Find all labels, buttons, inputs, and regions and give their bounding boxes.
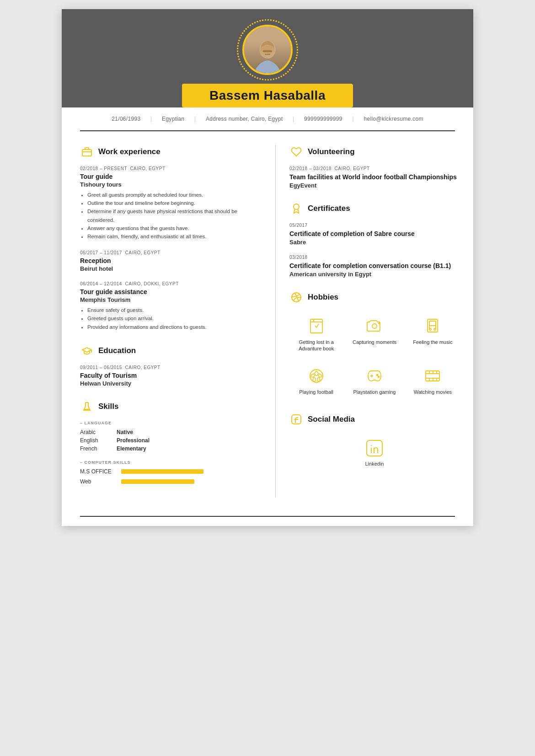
bullet: Determine if any guests have physical re… (87, 207, 262, 224)
bullet: Answer any questions that the guests hav… (87, 224, 262, 232)
lang-name: French (80, 445, 117, 452)
svg-rect-15 (429, 321, 436, 326)
music-icon (423, 316, 443, 336)
hobbies-grid: Getting lost in a Advanture book Capturi… (289, 311, 460, 400)
hobby-camera: Capturing moments (348, 311, 401, 357)
hobbies-section: Hobbies Getting lost in (289, 290, 460, 400)
job-3-meta: 06/2014 – 12/2014 CAIRO, DOKKI, EGYPT (80, 281, 262, 286)
svg-rect-3 (263, 50, 272, 52)
dob: 21/06/1993 (112, 116, 140, 122)
education-section: Education 09/2011 – 06/2015 CAIRO, EGYPT… (80, 344, 262, 387)
svg-marker-24 (317, 377, 320, 381)
bullet: Greeted guests upon arrival. (87, 314, 262, 322)
cert-2-date: 03/2018 (289, 255, 460, 260)
candidate-name: Bassem Hasaballa (209, 88, 326, 103)
svg-point-7 (294, 204, 299, 209)
vol-org: EgyEvent (289, 182, 460, 189)
work-experience-section: Work experience 02/2018 – PRESENT CAIRO,… (80, 145, 262, 332)
computer-label: – COMPUTER SKILLS (80, 460, 262, 465)
education-header: Education (80, 344, 262, 358)
job-3-title: Tour guide assistance (80, 288, 262, 295)
svg-marker-22 (311, 374, 315, 377)
cert-2-org: American university in Egypt (289, 271, 460, 278)
flask-icon (80, 400, 94, 413)
skills-title: Skills (98, 402, 118, 411)
resume-header: Bassem Hasaballa (62, 9, 473, 107)
lang-row-arabic: Arabic Native (80, 429, 262, 435)
bullet: Ensure safety of guests. (87, 306, 262, 314)
svg-rect-9 (310, 319, 322, 333)
svg-rect-4 (265, 54, 270, 55)
bullet: Provided any informations and directions… (87, 323, 262, 331)
work-experience-header: Work experience (80, 145, 262, 159)
book-icon (306, 316, 326, 336)
cert-2: 03/2018 Certificate for completion conve… (289, 255, 460, 278)
social-media-title: Social Media (308, 415, 355, 424)
svg-marker-23 (313, 377, 316, 381)
linkedin-icon (364, 438, 385, 458)
hobby-movies-label: Watching movies (414, 389, 452, 395)
svg-rect-2 (261, 45, 274, 54)
job-1: 02/2018 – PRESENT CAIRO, EGYPT Tour guid… (80, 166, 262, 241)
hobby-book: Getting lost in a Advanture book (289, 311, 343, 357)
bullet: Greet all guests promptly at scheduled t… (87, 191, 262, 199)
job-1-bullets: Greet all guests promptly at scheduled t… (80, 191, 262, 241)
hobby-movies: Watching movies (406, 361, 460, 400)
lang-row-french: French Elementary (80, 445, 262, 452)
education-title: Education (98, 346, 136, 355)
language-label: – LANGUAGE (80, 421, 262, 425)
nationality: Egyptian (162, 116, 184, 122)
job-2-company: Beirut hotel (80, 265, 262, 272)
hobby-book-label: Getting lost in a Advanture book (292, 339, 341, 352)
name-banner: Bassem Hasaballa (182, 84, 353, 107)
certificates-header: Certificates (289, 202, 460, 215)
camera-icon (364, 316, 385, 336)
comp-row-web: Web (80, 478, 262, 485)
lang-name: English (80, 437, 117, 444)
footer-divider (80, 516, 455, 517)
cert-1: 05/2017 Certificate of completion of Sab… (289, 223, 460, 246)
cert-1-title: Certificate of completion of Sabre cours… (289, 230, 460, 238)
resume-container: Bassem Hasaballa 21/06/1993 | Egyptian |… (62, 9, 473, 526)
hobby-football-label: Playing football (299, 389, 333, 395)
hobbies-title: Hobbies (308, 293, 338, 302)
lang-level: Native (117, 429, 133, 435)
social-icon (289, 413, 303, 426)
gamepad-icon (364, 366, 385, 386)
job-3: 06/2014 – 12/2014 CAIRO, DOKKI, EGYPT To… (80, 281, 262, 331)
hobby-music-label: Feeling the music (413, 339, 452, 345)
certificate-icon (289, 202, 303, 215)
comp-bar (121, 479, 194, 484)
computer-skills: – COMPUTER SKILLS M.S OFFICE Web (80, 460, 262, 485)
hobby-camera-label: Capturing moments (353, 339, 396, 345)
job-2: 06/2017 – 11/2017 CAIRO, EGYPT Reception… (80, 250, 262, 272)
graduation-icon (80, 344, 94, 358)
hobby-gaming-label: Playstation gaming (353, 389, 396, 395)
language-skills: – LANGUAGE Arabic Native English Profess… (80, 421, 262, 452)
hobbies-icon (289, 290, 303, 304)
lang-level: Professional (117, 437, 150, 444)
svg-point-28 (376, 374, 378, 375)
phone: 999999999999 (304, 116, 342, 122)
volunteering-header: Volunteering (289, 145, 460, 159)
job-2-title: Reception (80, 257, 262, 264)
bullet: Outline the tour and timeline before beg… (87, 199, 262, 207)
comp-name: Web (80, 478, 117, 485)
job-1-meta: 02/2018 – PRESENT CAIRO, EGYPT (80, 166, 262, 171)
hobby-music: Feeling the music (406, 311, 460, 357)
social-media-section: Social Media Linkedin (289, 413, 460, 471)
movie-icon (423, 366, 443, 386)
job-2-meta: 06/2017 – 11/2017 CAIRO, EGYPT (80, 250, 262, 255)
job-3-bullets: Ensure safety of guests. Greeted guests … (80, 306, 262, 331)
lang-name: Arabic (80, 429, 117, 435)
edu-degree: Faculty of Tourism (80, 372, 262, 379)
email: hello@kickresume.com (364, 116, 423, 122)
left-column: Work experience 02/2018 – PRESENT CAIRO,… (62, 145, 276, 498)
svg-rect-5 (82, 150, 91, 156)
job-1-title: Tour guide (80, 173, 262, 180)
hobby-football: Playing football (289, 361, 343, 400)
svg-point-29 (378, 376, 379, 377)
lang-row-english: English Professional (80, 437, 262, 444)
address: Address number, Cairo, Egypt (206, 116, 283, 122)
body: Work experience 02/2018 – PRESENT CAIRO,… (62, 131, 473, 512)
